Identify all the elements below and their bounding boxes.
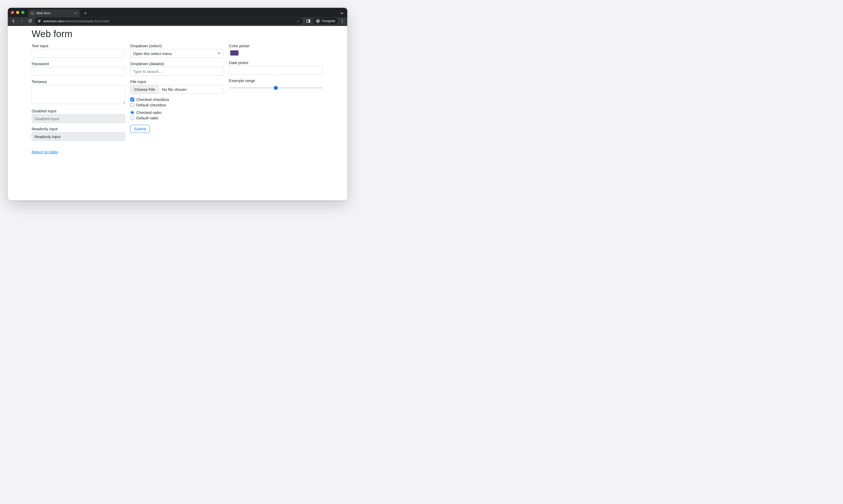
dropdown-datalist[interactable] [130,67,224,76]
bookmark-button[interactable]: ☆ [297,19,300,24]
svg-point-2 [317,21,318,22]
datalist-label: Dropdown (datalist) [130,61,224,66]
lock-icon [38,19,40,22]
file-input-label: File input [130,79,224,84]
toolbar-right: Incognito [304,17,345,25]
browser-menu-button[interactable] [339,17,345,25]
close-window-button[interactable] [11,11,14,14]
minimize-window-button[interactable] [16,11,19,14]
chevron-down-icon [340,12,343,15]
checked-radio-label: Checked radio [136,110,161,115]
text-input[interactable] [32,49,125,58]
submit-button[interactable]: Submit [130,125,150,133]
side-panel-button[interactable] [305,17,312,25]
arrow-right-icon [20,19,24,23]
close-tab-button[interactable]: ✕ [74,12,77,15]
window-controls [11,8,28,17]
page-content: Web form Text input Password Textarea [8,26,347,200]
return-to-index-link[interactable]: Return to index [32,150,58,154]
tab-title: Web form [36,12,50,15]
checked-checkbox[interactable] [130,97,134,102]
disabled-input [32,114,125,123]
browser-tab[interactable]: Web form ✕ [28,10,80,17]
file-status-text: No file chosen [159,85,223,93]
textarea-input[interactable] [32,85,125,104]
readonly-input-label: Readonly input [32,127,125,131]
readonly-input [32,132,125,141]
column-2: Dropdown (select) Open this select menu … [130,43,224,155]
checked-radio[interactable] [130,111,134,114]
range-label: Example range [229,78,322,83]
forward-button[interactable] [18,17,25,25]
color-picker-label: Color picker [229,43,322,48]
svg-point-3 [318,21,319,22]
default-checkbox[interactable] [130,103,134,107]
text-input-label: Text input [32,43,125,48]
browser-window: Web form ✕ + selenium.dev/seleniu [8,8,347,200]
tab-search-button[interactable] [338,10,345,17]
panel-icon [306,19,310,23]
page-title: Web form [32,29,299,39]
maximize-window-button[interactable] [21,11,24,14]
browser-chrome: Web form ✕ + selenium.dev/seleniu [8,8,347,26]
disabled-input-label: Disabled input [32,109,125,113]
url-path: /selenium/web/web-form.html [64,19,109,23]
default-checkbox-label: Default checkbox [136,103,166,107]
url-text: selenium.dev/selenium/web/web-form.html [43,19,109,23]
kebab-icon [342,19,343,20]
globe-icon [31,12,34,15]
color-picker[interactable] [229,49,240,57]
choose-file-button[interactable]: Choose File [130,85,159,93]
tab-strip: Web form ✕ + [8,8,347,17]
url-host: selenium.dev [43,19,64,23]
password-label: Password [32,61,125,66]
reload-button[interactable] [26,17,34,25]
default-radio[interactable] [130,116,134,120]
arrow-left-icon [12,19,16,23]
svg-rect-1 [309,20,310,22]
dropdown-select[interactable]: Open this select menu [130,49,224,58]
toolbar: selenium.dev/selenium/web/web-form.html … [8,17,347,26]
incognito-icon [316,19,320,23]
column-1: Text input Password Textarea Disabled in… [32,43,125,155]
back-button[interactable] [10,17,17,25]
select-label: Dropdown (select) [130,43,224,48]
file-input[interactable]: Choose File No file chosen [130,85,224,94]
color-swatch-inner [230,50,238,56]
reload-icon [28,19,32,23]
range-slider[interactable] [229,87,322,89]
textarea-label: Textarea [32,79,125,84]
date-picker-label: Date picker [229,60,322,65]
date-picker[interactable] [229,66,322,75]
incognito-label: Incognito [322,19,335,23]
checked-checkbox-label: Checked checkbox [136,97,169,102]
address-bar[interactable]: selenium.dev/selenium/web/web-form.html … [35,17,303,25]
column-3: Color picker Date picker Example range [229,43,322,155]
incognito-indicator[interactable]: Incognito [313,18,338,24]
default-radio-label: Default radio [136,116,158,120]
new-tab-button[interactable]: + [82,10,89,17]
password-input[interactable] [32,67,125,76]
